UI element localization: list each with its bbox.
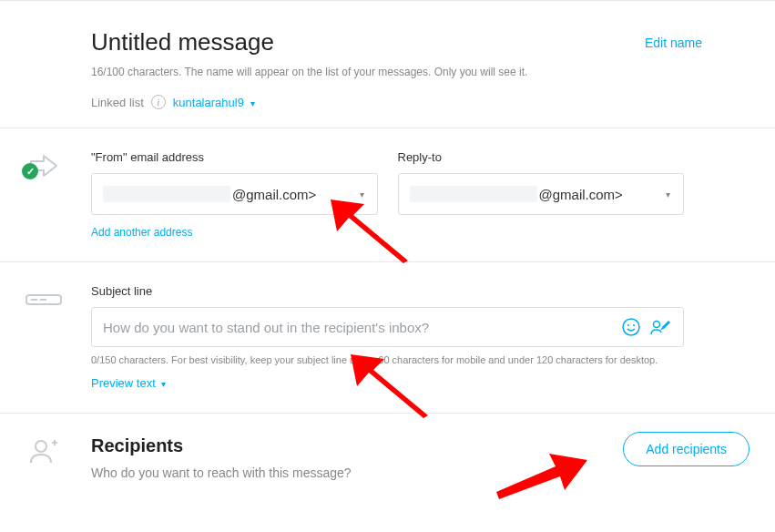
linked-list-value: kuntalarahul9 bbox=[173, 96, 244, 109]
info-icon[interactable]: i bbox=[151, 95, 166, 109]
linked-list-dropdown[interactable]: kuntalarahul9 ▾ bbox=[173, 96, 255, 109]
redacted-text bbox=[410, 186, 537, 202]
subject-label: Subject line bbox=[91, 284, 684, 298]
chevron-down-icon: ▾ bbox=[250, 98, 255, 108]
from-email-suffix: @gmail.com> bbox=[232, 187, 316, 202]
svg-point-4 bbox=[627, 324, 629, 326]
subject-line-icon bbox=[25, 290, 62, 312]
subject-helper: 0/150 characters. For best visibility, k… bbox=[91, 354, 684, 365]
svg-point-3 bbox=[623, 319, 639, 335]
section-icon bbox=[22, 437, 66, 468]
send-arrow-icon bbox=[27, 152, 60, 183]
recipients-subtitle: Who do you want to reach with this messa… bbox=[91, 466, 684, 480]
subject-input-container bbox=[91, 307, 684, 347]
from-label: "From" email address bbox=[91, 150, 378, 164]
reply-to-label: Reply-to bbox=[398, 150, 685, 164]
subject-section: Subject line 0/150 characters. For best … bbox=[0, 261, 775, 413]
svg-point-7 bbox=[36, 441, 46, 452]
recipients-title: Recipients bbox=[91, 435, 684, 456]
add-recipients-button[interactable]: Add recipients bbox=[623, 432, 750, 466]
edit-name-link[interactable]: Edit name bbox=[645, 36, 702, 50]
page-title: Untitled message bbox=[91, 28, 684, 56]
section-icon bbox=[22, 152, 66, 183]
svg-point-5 bbox=[633, 324, 635, 326]
chevron-down-icon: ▾ bbox=[666, 189, 670, 200]
status-complete-icon bbox=[22, 163, 38, 179]
reply-to-suffix: @gmail.com> bbox=[539, 187, 623, 202]
linked-list-label: Linked list bbox=[91, 96, 144, 109]
char-counter-help: 16/100 characters. The name will appear … bbox=[91, 66, 684, 78]
chevron-down-icon: ▾ bbox=[360, 189, 364, 200]
add-person-icon bbox=[28, 437, 59, 468]
chevron-down-icon: ▾ bbox=[161, 379, 166, 389]
section-icon bbox=[22, 290, 66, 312]
redacted-text bbox=[103, 186, 230, 202]
from-email-dropdown[interactable]: @gmail.com> ▾ bbox=[91, 173, 378, 215]
add-another-address-link[interactable]: Add another address bbox=[91, 226, 192, 239]
emoji-icon[interactable] bbox=[619, 315, 643, 339]
preview-text-label: Preview text bbox=[91, 376, 156, 390]
svg-point-6 bbox=[654, 322, 660, 328]
reply-to-dropdown[interactable]: @gmail.com> ▾ bbox=[398, 173, 685, 215]
subject-input[interactable] bbox=[103, 320, 614, 335]
recipients-section: Recipients Who do you want to reach with… bbox=[0, 413, 775, 502]
linked-list-row: Linked list i kuntalarahul9 ▾ bbox=[91, 95, 684, 109]
header-section: Untitled message Edit name 16/100 charac… bbox=[0, 1, 775, 128]
personalize-icon[interactable] bbox=[648, 315, 672, 339]
from-section: "From" email address @gmail.com> ▾ Add a… bbox=[0, 128, 775, 261]
preview-text-dropdown[interactable]: Preview text ▾ bbox=[91, 376, 166, 390]
